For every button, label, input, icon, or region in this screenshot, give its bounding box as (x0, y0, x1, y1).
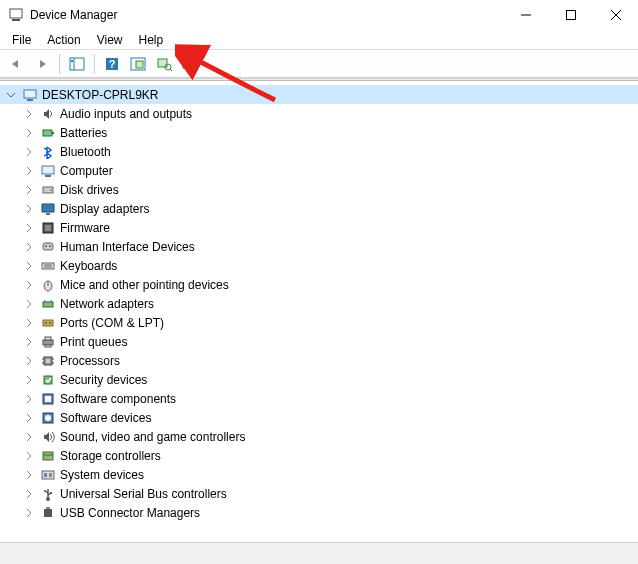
close-button[interactable] (593, 0, 638, 30)
device-tree[interactable]: DESKTOP-CPRL9KR Audio inputs and outputs… (0, 81, 638, 542)
expand-icon[interactable] (22, 373, 36, 387)
expand-icon[interactable] (22, 297, 36, 311)
computer-icon (40, 163, 56, 179)
expand-icon[interactable] (22, 240, 36, 254)
tree-category[interactable]: Sound, video and game controllers (0, 427, 638, 446)
tree-category-label: Keyboards (60, 259, 117, 273)
tree-category-label: Software devices (60, 411, 151, 425)
tree-category[interactable]: System devices (0, 465, 638, 484)
statusbar (0, 542, 638, 564)
tree-category[interactable]: Keyboards (0, 256, 638, 275)
tree-category[interactable]: Human Interface Devices (0, 237, 638, 256)
tree-category[interactable]: Software devices (0, 408, 638, 427)
svg-point-57 (45, 415, 51, 421)
expand-icon[interactable] (22, 259, 36, 273)
svg-rect-19 (27, 99, 33, 101)
tree-category[interactable]: Display adapters (0, 199, 638, 218)
show-hide-tree-button[interactable] (65, 52, 89, 76)
svg-rect-17 (187, 68, 193, 70)
swdev-icon (40, 410, 56, 426)
forward-button[interactable] (30, 52, 54, 76)
expand-icon[interactable] (22, 430, 36, 444)
tree-category-label: Firmware (60, 221, 110, 235)
expand-icon[interactable] (22, 316, 36, 330)
svg-point-25 (50, 189, 52, 191)
tree-category[interactable]: Firmware (0, 218, 638, 237)
svg-text:?: ? (109, 58, 116, 70)
menu-action[interactable]: Action (39, 31, 88, 49)
svg-rect-63 (49, 473, 52, 477)
swcomp-icon (40, 391, 56, 407)
tree-category[interactable]: Universal Serial Bus controllers (0, 484, 638, 503)
tree-category[interactable]: Security devices (0, 370, 638, 389)
tree-category-label: Storage controllers (60, 449, 161, 463)
expand-icon[interactable] (22, 278, 36, 292)
tree-category[interactable]: Processors (0, 351, 638, 370)
svg-point-64 (46, 497, 50, 501)
battery-icon (40, 125, 56, 141)
tree-category[interactable]: Bluetooth (0, 142, 638, 161)
svg-rect-0 (10, 9, 22, 18)
tree-category-label: Human Interface Devices (60, 240, 195, 254)
tree-category[interactable]: USB Connector Managers (0, 503, 638, 522)
add-legacy-hardware-button[interactable] (178, 52, 202, 76)
tree-root[interactable]: DESKTOP-CPRL9KR (0, 85, 638, 104)
tree-category-label: Ports (COM & LPT) (60, 316, 164, 330)
expand-icon[interactable] (22, 468, 36, 482)
menu-view[interactable]: View (89, 31, 131, 49)
menu-help[interactable]: Help (131, 31, 172, 49)
svg-point-43 (49, 322, 51, 324)
tree-category[interactable]: Disk drives (0, 180, 638, 199)
svg-rect-45 (45, 337, 51, 340)
expand-icon[interactable] (22, 335, 36, 349)
tree-category[interactable]: Batteries (0, 123, 638, 142)
disk-icon (40, 182, 56, 198)
scan-hardware-button[interactable] (152, 52, 176, 76)
action-button[interactable] (126, 52, 150, 76)
expand-icon[interactable] (22, 392, 36, 406)
tree-category[interactable]: Audio inputs and outputs (0, 104, 638, 123)
svg-rect-38 (43, 302, 53, 307)
tree-category[interactable]: Mice and other pointing devices (0, 275, 638, 294)
expand-icon[interactable] (22, 487, 36, 501)
svg-rect-69 (46, 507, 50, 509)
expand-icon[interactable] (22, 164, 36, 178)
tree-category-label: Audio inputs and outputs (60, 107, 192, 121)
expand-icon[interactable] (22, 183, 36, 197)
tree-category[interactable]: Ports (COM & LPT) (0, 313, 638, 332)
tree-category-label: Security devices (60, 373, 147, 387)
expand-icon[interactable] (22, 126, 36, 140)
mouse-icon (40, 277, 56, 293)
tree-category[interactable]: Storage controllers (0, 446, 638, 465)
security-icon (40, 372, 56, 388)
svg-rect-18 (24, 90, 36, 98)
minimize-button[interactable] (503, 0, 548, 30)
tree-category[interactable]: Print queues (0, 332, 638, 351)
svg-rect-68 (44, 509, 52, 517)
help-button[interactable]: ? (100, 52, 124, 76)
expand-icon[interactable] (22, 411, 36, 425)
app-icon (8, 7, 24, 23)
expand-icon[interactable] (22, 506, 36, 520)
ports-icon (40, 315, 56, 331)
audio-icon (40, 106, 56, 122)
svg-point-42 (45, 322, 47, 324)
back-button[interactable] (4, 52, 28, 76)
menu-file[interactable]: File (4, 31, 39, 49)
tree-category-label: Print queues (60, 335, 127, 349)
expand-icon[interactable] (22, 202, 36, 216)
svg-rect-8 (71, 60, 73, 62)
maximize-button[interactable] (548, 0, 593, 30)
tree-category-label: Computer (60, 164, 113, 178)
svg-rect-44 (43, 340, 53, 345)
tree-category[interactable]: Network adapters (0, 294, 638, 313)
expand-icon[interactable] (22, 449, 36, 463)
expand-icon[interactable] (22, 107, 36, 121)
tree-category[interactable]: Software components (0, 389, 638, 408)
expand-icon[interactable] (22, 145, 36, 159)
svg-rect-6 (70, 58, 84, 70)
collapse-icon[interactable] (4, 88, 18, 102)
tree-category[interactable]: Computer (0, 161, 638, 180)
expand-icon[interactable] (22, 354, 36, 368)
expand-icon[interactable] (22, 221, 36, 235)
